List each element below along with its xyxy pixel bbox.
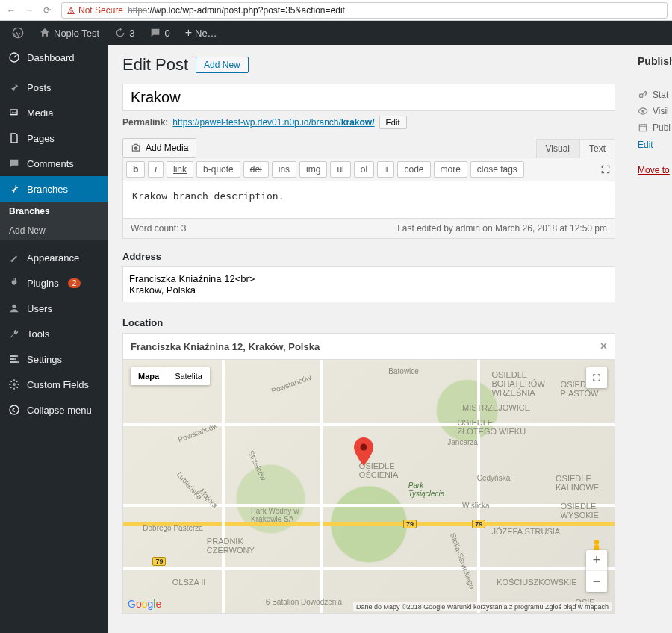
btn-more[interactable]: more	[434, 161, 467, 178]
plugins-badge: 2	[68, 278, 81, 288]
map-search-value: Franciszka Kniaźnina 12, Kraków, Polska	[131, 341, 320, 352]
svg-point-5	[14, 358, 16, 361]
browser-chrome: ← → ⟳ Not Secure https://wp.loc/wp-admin…	[0, 0, 672, 21]
map[interactable]: OSIEDLE BOHATERÓW WRZEŚNIA OSIEDLE PIAST…	[122, 360, 615, 614]
new-content[interactable]: +Ne…	[179, 21, 223, 45]
tab-visual[interactable]: Visual	[536, 139, 579, 158]
editor-toolbar: b i link b-quote del ins img ul ol li co…	[122, 158, 615, 181]
page-title: Edit Post	[122, 55, 188, 75]
pin-icon	[7, 182, 21, 196]
camera-icon	[131, 143, 141, 153]
url-text: https://wp.loc/wp-admin/post.php?post=35…	[128, 5, 345, 16]
tab-text[interactable]: Text	[579, 139, 615, 158]
sidebar-item-branches[interactable]: Branches	[0, 176, 108, 202]
map-search-row: Franciszka Kniaźnina 12, Kraków, Polska …	[122, 333, 615, 360]
btn-bold[interactable]: b	[126, 161, 145, 178]
status-row: Stat	[638, 90, 672, 100]
btn-ul[interactable]: ul	[330, 161, 350, 178]
sidebar-item-plugins[interactable]: Plugins2	[0, 270, 108, 296]
sidebar-collapse[interactable]: Collapse menu	[0, 397, 108, 422]
btn-code[interactable]: code	[397, 161, 430, 178]
zoom-out-button[interactable]: −	[586, 571, 607, 592]
permalink-row: Permalink: https://pawel-test-wp.dev01.n…	[122, 116, 615, 129]
permalink-edit-button[interactable]: Edit	[379, 116, 407, 129]
zoom-in-button[interactable]: +	[586, 550, 607, 571]
reload-icon[interactable]: ⟳	[40, 4, 54, 17]
fullscreen-icon[interactable]	[600, 163, 612, 175]
sidebar-item-appearance[interactable]: Appearance	[0, 245, 108, 270]
svg-point-9	[134, 146, 138, 150]
btn-del[interactable]: del	[243, 161, 269, 178]
sidebar-item-users[interactable]: Users	[0, 296, 108, 321]
wp-admin-bar: Nopio Test 3 0 +Ne…	[0, 21, 672, 45]
svg-point-6	[17, 361, 19, 364]
sidebar-item-pages[interactable]: Pages	[0, 125, 108, 151]
sidebar-item-tools[interactable]: Tools	[0, 321, 108, 346]
map-fullscreen-button[interactable]	[586, 367, 607, 388]
map-marker-icon[interactable]	[354, 437, 373, 469]
sidebar-item-comments[interactable]: Comments	[0, 151, 108, 176]
btn-li[interactable]: li	[377, 161, 394, 178]
zoom-control: + −	[586, 550, 607, 592]
map-tiles	[123, 360, 615, 613]
not-secure-badge: Not Secure	[66, 5, 123, 16]
gear-icon	[7, 378, 21, 391]
btn-img[interactable]: img	[299, 161, 327, 178]
sidebar-item-dashboard[interactable]: Dashboard	[0, 45, 108, 70]
btn-bquote[interactable]: b-quote	[196, 161, 240, 178]
permalink-link[interactable]: https://pawel-test-wp.dev01.n0p.io/branc…	[172, 117, 374, 128]
svg-point-15	[639, 94, 643, 98]
svg-point-14	[361, 443, 367, 450]
site-link[interactable]: Nopio Test	[33, 21, 105, 45]
svg-point-4	[16, 355, 19, 358]
map-type-satellite[interactable]: Satelita	[167, 367, 210, 385]
sidebar-item-custom-fields[interactable]: Custom Fields	[0, 372, 108, 397]
sidebar-sub-branches-add[interactable]: Add New	[0, 221, 108, 240]
btn-ins[interactable]: ins	[272, 161, 296, 178]
url-bar[interactable]: Not Secure https://wp.loc/wp-admin/post.…	[61, 2, 668, 19]
sliders-icon	[7, 352, 21, 366]
user-icon	[7, 302, 21, 315]
sidebar-submenu-branches: Branches Add New	[0, 202, 108, 240]
publish-edit-link[interactable]: Edit	[638, 140, 653, 150]
sidebar-item-media[interactable]: Media	[0, 100, 108, 125]
back-icon[interactable]: ←	[4, 4, 18, 17]
btn-close-tags[interactable]: close tags	[470, 161, 524, 178]
collapse-icon	[7, 403, 21, 417]
published-row: Publ	[638, 122, 672, 133]
add-media-button[interactable]: Add Media	[122, 138, 196, 158]
btn-link[interactable]: link	[167, 161, 193, 178]
map-credits[interactable]: Dane do Mapy ©2018 Google Warunki korzys…	[353, 602, 612, 611]
google-logo: Google	[128, 598, 161, 610]
plug-icon	[7, 276, 21, 290]
move-to-trash-link[interactable]: Move to	[638, 165, 672, 175]
sidebar-sub-branches-all[interactable]: Branches	[0, 202, 108, 221]
sidebar-item-posts[interactable]: Posts	[0, 75, 108, 100]
forward-icon[interactable]: →	[22, 4, 36, 17]
wp-logo-icon[interactable]	[6, 21, 30, 45]
editor-footer: Word count: 3 Last edited by admin on Ma…	[122, 219, 615, 239]
svg-point-3	[12, 305, 16, 308]
map-search-clear[interactable]: ×	[600, 340, 607, 353]
svg-point-8	[10, 405, 19, 414]
add-new-button[interactable]: Add New	[196, 57, 249, 73]
brush-icon	[7, 251, 21, 264]
editor-textarea[interactable]: Krakow branch description.	[122, 181, 615, 219]
address-label: Address	[122, 251, 615, 262]
media-icon	[7, 106, 21, 119]
updates-link[interactable]: 3	[108, 21, 140, 45]
pin-icon	[7, 81, 21, 94]
sidebar-item-settings[interactable]: Settings	[0, 346, 108, 372]
btn-italic[interactable]: i	[148, 161, 164, 178]
comments-link[interactable]: 0	[143, 21, 175, 45]
map-type-control: Mapa Satelita	[131, 367, 210, 385]
eye-icon	[638, 106, 648, 116]
map-type-map[interactable]: Mapa	[131, 367, 167, 385]
btn-ol[interactable]: ol	[354, 161, 374, 178]
location-label: Location	[122, 317, 615, 328]
key-icon	[638, 90, 648, 100]
visibility-row: Visil	[638, 106, 672, 116]
address-textarea[interactable]: Franciszka Kniaźnina 12<br> Kraków, Pols…	[122, 266, 615, 302]
main-content: Edit Post Add New Permalink: https://paw…	[108, 45, 630, 633]
post-title-input[interactable]	[122, 84, 615, 111]
